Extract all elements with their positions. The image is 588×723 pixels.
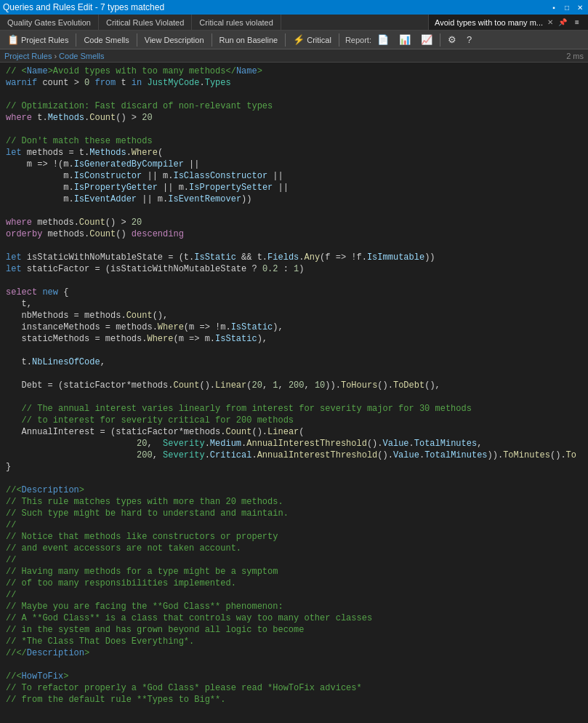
code-line-53: //<HowToFix> — [0, 671, 588, 682]
report-icon1: 📄 — [377, 34, 389, 45]
code-line-30: // The annual interest varies linearly f… — [0, 403, 588, 415]
code-line-24: staticMethods = methods.Where(m => m.IsS… — [0, 333, 588, 345]
title-bar-left: Queries and Rules Edit - 7 types matched — [3, 2, 164, 12]
breadcrumb-sep1: › — [54, 52, 57, 60]
code-line-52 — [0, 659, 588, 671]
help-button[interactable]: ? — [462, 33, 476, 47]
tab-critical-rules[interactable]: Critical rules violated — [192, 15, 281, 30]
code-line-4: // Optimization: Fast discard of non-rel… — [0, 100, 588, 112]
title-bar-right: ▪ □ ✕ — [549, 2, 585, 12]
tab-pin-button[interactable]: 📌 — [557, 17, 568, 28]
execution-time: 2 ms — [566, 52, 584, 60]
sep2 — [137, 33, 137, 47]
code-line-31: // to interest for severity critical for… — [0, 415, 588, 426]
help-icon: ? — [467, 34, 472, 45]
active-doc-tab[interactable]: Avoid types with too many m... ✕ 📌 ≡ — [428, 15, 588, 30]
code-line-44: // Having many methods for a type might … — [0, 566, 588, 578]
code-smells-button[interactable]: Code Smells — [79, 34, 133, 46]
settings-button[interactable]: ⚙ — [443, 33, 461, 47]
project-rules-button[interactable]: 📋 Project Rules — [3, 33, 73, 47]
code-line-56: //// — [0, 706, 588, 707]
code-line-50: // *The Class That Does Everything*. — [0, 636, 588, 647]
report-icon3: 📈 — [421, 34, 432, 45]
code-line-49: // in the system and has grown beyond al… — [0, 624, 588, 636]
close-button[interactable]: ✕ — [575, 2, 585, 12]
code-line-48: // A **God Class** is a class that contr… — [0, 612, 588, 624]
code-line-10: m.IsConstructor || m.IsClassConstructor … — [0, 170, 588, 182]
code-line-19 — [0, 275, 588, 287]
code-line-27 — [0, 368, 588, 380]
code-line-28: Debt = (staticFactor*methods.Count().Lin… — [0, 380, 588, 391]
tab-critical-rules-violated[interactable]: Critical Rules Violated — [99, 15, 192, 30]
code-line-21: t, — [0, 298, 588, 310]
code-line-39: // Such type might be hard to understand… — [0, 508, 588, 519]
code-line-14: where methods.Count() > 20 — [0, 217, 588, 228]
code-line-34: 200, Severity.Critical.AnnualInterestThr… — [0, 450, 588, 461]
tab-nav-button[interactable]: ≡ — [572, 17, 582, 28]
code-line-8: let methods = t.Methods.Where( — [0, 147, 588, 159]
view-description-button[interactable]: View Description — [140, 34, 209, 46]
code-line-47: // Maybe you are facing the **God Class*… — [0, 601, 588, 612]
title-bar: Queries and Rules Edit - 7 types matched… — [0, 0, 588, 15]
code-line-5: where t.Methods.Count() > 20 — [0, 112, 588, 124]
code-line-38: // This rule matches types with more tha… — [0, 496, 588, 508]
breadcrumb: Project Rules › Code Smells 2 ms — [0, 49, 588, 63]
critical-icon: ⚡ — [293, 34, 305, 45]
report-label: Report: — [345, 36, 371, 44]
report-btn1[interactable]: 📄 — [373, 33, 393, 47]
code-line-43: // — [0, 554, 588, 566]
toolbar: 📋 Project Rules Code Smells View Descrip… — [0, 31, 588, 49]
code-line-12: m.IsEventAdder || m.IsEventRemover)) — [0, 193, 588, 205]
report-btn2[interactable]: 📊 — [395, 33, 415, 47]
project-rules-icon: 📋 — [7, 34, 19, 45]
code-line-7: // Don't match these methods — [0, 135, 588, 147]
code-line-2: warnif count > 0 from t in JustMyCode.Ty… — [0, 77, 588, 89]
code-line-16 — [0, 240, 588, 252]
code-line-51: //</Description> — [0, 647, 588, 659]
code-line-11: m.IsPropertyGetter || m.IsPropertySetter… — [0, 182, 588, 193]
breadcrumb-project-rules[interactable]: Project Rules — [4, 52, 52, 60]
critical-button[interactable]: ⚡ Critical — [289, 33, 336, 47]
code-line-18: let staticFactor = (isStaticWithNoMutabl… — [0, 263, 588, 275]
report-icon2: 📊 — [399, 34, 411, 45]
code-line-15: orderby methods.Count() descending — [0, 228, 588, 240]
code-line-37: //<Description> — [0, 484, 588, 496]
code-line-54: // To refactor properly a *God Class* pl… — [0, 682, 588, 694]
doc-tab-close[interactable]: ✕ — [547, 18, 553, 26]
sep4 — [285, 33, 286, 47]
code-line-33: 20, Severity.Medium.AnnualInterestThresh… — [0, 438, 588, 450]
code-line-35: } — [0, 461, 588, 473]
code-line-46: // — [0, 589, 588, 601]
app-title: Queries and Rules Edit - 7 types matched — [3, 2, 164, 12]
run-on-baseline-button[interactable]: Run on Baseline — [215, 34, 283, 46]
code-line-3 — [0, 89, 588, 100]
code-line-32: AnnualInterest = (staticFactor*methods.C… — [0, 426, 588, 438]
code-line-22: nbMethods = methods.Count(), — [0, 310, 588, 321]
sep6 — [440, 33, 440, 47]
code-line-17: let isStaticWithNoMutableState = (t.IsSt… — [0, 252, 588, 263]
code-line-26: t.NbLinesOfCode, — [0, 356, 588, 368]
tab-bar: Quality Gates Evolution Critical Rules V… — [0, 15, 588, 31]
sep5 — [339, 33, 339, 47]
code-line-36 — [0, 473, 588, 484]
code-line-40: // — [0, 519, 588, 531]
code-line-25 — [0, 345, 588, 356]
code-line-1: // <Name>Avoid types with too many metho… — [0, 65, 588, 77]
code-line-29 — [0, 391, 588, 403]
sep1 — [76, 33, 76, 47]
tab-quality-gates[interactable]: Quality Gates Evolution — [0, 15, 99, 30]
code-line-41: // Notice that methods like constructors… — [0, 531, 588, 543]
report-btn3[interactable]: 📈 — [416, 33, 437, 47]
breadcrumb-path: Project Rules › Code Smells — [4, 52, 104, 60]
maximize-button[interactable]: □ — [562, 2, 572, 12]
breadcrumb-code-smells[interactable]: Code Smells — [59, 52, 104, 60]
code-line-9: m => !(m.IsGeneratedByCompiler || — [0, 159, 588, 170]
code-line-23: instanceMethods = methods.Where(m => !m.… — [0, 321, 588, 333]
code-line-55: // from the default rule **Types to Big*… — [0, 694, 588, 706]
code-line-45: // of too many responsibilities implemen… — [0, 578, 588, 589]
code-line-13 — [0, 205, 588, 217]
minimize-button[interactable]: ▪ — [549, 2, 559, 12]
code-area[interactable]: // <Name>Avoid types with too many metho… — [0, 63, 588, 707]
settings-icon: ⚙ — [448, 34, 456, 45]
code-line-20: select new { — [0, 287, 588, 298]
